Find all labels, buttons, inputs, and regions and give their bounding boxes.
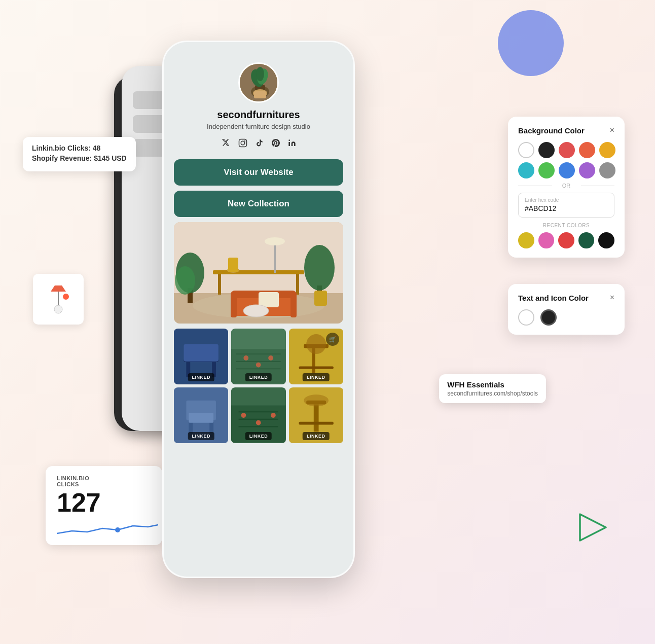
svg-rect-61 bbox=[189, 413, 213, 423]
svg-point-31 bbox=[304, 245, 335, 291]
hex-input-wrapper: Enter hex code bbox=[518, 193, 614, 218]
product-grid: LINKED LINKED 🛒 bbox=[174, 329, 343, 443]
wfh-essentials-card: WFH Essentials secondfurnitures.com/shop… bbox=[439, 374, 546, 403]
text-color-swatches bbox=[518, 309, 614, 326]
svg-point-27 bbox=[265, 237, 285, 245]
recent-swatch-dark-green[interactable] bbox=[578, 232, 595, 248]
svg-point-49 bbox=[244, 355, 249, 361]
svg-point-56 bbox=[306, 334, 326, 354]
recent-swatch-near-black[interactable] bbox=[598, 232, 614, 248]
text-icon-panel-title: Text and Icon Color bbox=[518, 294, 589, 302]
svg-rect-22 bbox=[296, 274, 299, 295]
swatch-orange-red[interactable] bbox=[579, 142, 595, 158]
linked-badge-5: LINKED bbox=[245, 432, 272, 440]
visit-website-button[interactable]: Visit our Website bbox=[174, 159, 343, 186]
linked-badge-6: LINKED bbox=[303, 432, 330, 440]
linked-badge-4: LINKED bbox=[188, 432, 214, 440]
svg-point-51 bbox=[269, 355, 274, 361]
new-collection-button[interactable]: New Collection bbox=[174, 191, 343, 217]
linked-badge-1: LINKED bbox=[188, 373, 214, 381]
clicks-label-line1: LINKIN.BIO bbox=[57, 475, 151, 481]
svg-point-3 bbox=[63, 294, 69, 300]
clicks-sparkline bbox=[57, 521, 151, 536]
product-thumbnail-card bbox=[33, 274, 84, 325]
grid-item-1[interactable]: LINKED bbox=[174, 329, 228, 384]
svg-point-67 bbox=[241, 413, 246, 418]
grid-item-2[interactable]: LINKED bbox=[231, 329, 285, 384]
profile-bio: Independent furniture design studio bbox=[207, 123, 310, 130]
swatch-white[interactable] bbox=[518, 142, 534, 158]
swatch-red[interactable] bbox=[559, 142, 575, 158]
svg-rect-34 bbox=[231, 292, 237, 317]
swatch-gray[interactable] bbox=[599, 162, 615, 178]
svg-point-4 bbox=[115, 527, 120, 532]
stats-card: Linkin.bio Clicks: 48 Shopify Revenue: $… bbox=[23, 137, 136, 171]
svg-rect-38 bbox=[314, 291, 327, 306]
swatch-yellow[interactable] bbox=[599, 142, 615, 158]
clicks-number: 127 bbox=[57, 489, 151, 516]
svg-rect-35 bbox=[290, 292, 297, 317]
pinterest-icon[interactable] bbox=[272, 138, 280, 150]
recent-colors-label: RECENT COLORS bbox=[518, 223, 614, 228]
swatch-purple[interactable] bbox=[579, 162, 595, 178]
svg-point-25 bbox=[175, 266, 195, 295]
linkin-clicks-stat: Linkin.bio Clicks: 48 bbox=[32, 144, 127, 152]
text-swatch-black[interactable] bbox=[540, 309, 557, 326]
lamp-icon bbox=[41, 281, 76, 317]
text-swatch-white[interactable] bbox=[518, 309, 534, 326]
profile-name: secondfurnitures bbox=[217, 109, 300, 121]
text-icon-color-panel: Text and Icon Color × bbox=[508, 284, 625, 335]
linkedin-icon[interactable] bbox=[288, 138, 296, 150]
clicks-card: LINKIN.BIO CLICKS 127 bbox=[46, 466, 162, 545]
twitter-icon[interactable] bbox=[221, 138, 230, 150]
recent-swatch-pink[interactable] bbox=[538, 232, 555, 248]
svg-point-74 bbox=[304, 395, 329, 406]
recent-color-swatches bbox=[518, 232, 614, 248]
recent-swatch-red2[interactable] bbox=[558, 232, 574, 248]
wfh-url: secondfurnitures.com/shop/stools bbox=[447, 390, 538, 397]
svg-point-14 bbox=[241, 141, 245, 145]
svg-rect-20 bbox=[213, 270, 304, 274]
hex-label: Enter hex code bbox=[525, 197, 608, 203]
tiktok-icon[interactable] bbox=[256, 138, 264, 150]
clicks-label-line2: CLICKS bbox=[57, 481, 151, 487]
grid-item-6[interactable]: LINKED bbox=[289, 387, 343, 443]
bg-color-panel-title: Background Color bbox=[518, 126, 585, 135]
product-main-image bbox=[174, 222, 343, 324]
svg-marker-2 bbox=[51, 285, 66, 292]
text-icon-panel-close[interactable]: × bbox=[610, 293, 614, 302]
instagram-icon[interactable] bbox=[238, 138, 247, 150]
hex-input[interactable] bbox=[525, 204, 608, 212]
color-swatches-row1 bbox=[518, 142, 614, 178]
svg-rect-55 bbox=[299, 367, 333, 369]
svg-point-69 bbox=[271, 413, 276, 418]
svg-point-10 bbox=[256, 67, 264, 81]
svg-point-16 bbox=[288, 139, 290, 141]
recent-swatch-gold[interactable] bbox=[518, 232, 534, 248]
swatch-blue[interactable] bbox=[559, 162, 575, 178]
grid-item-5[interactable]: LINKED bbox=[231, 387, 285, 443]
svg-rect-29 bbox=[228, 258, 238, 272]
svg-point-37 bbox=[243, 305, 269, 317]
deco-circle-blue bbox=[498, 10, 564, 76]
grid-item-3[interactable]: 🛒 LINKED bbox=[289, 329, 343, 384]
play-decoration bbox=[579, 512, 609, 543]
background-color-panel: Background Color × OR Enter hex code REC… bbox=[508, 117, 625, 258]
svg-point-68 bbox=[256, 420, 261, 425]
social-icons-row bbox=[221, 138, 296, 150]
cart-icon-3: 🛒 bbox=[326, 333, 339, 346]
linked-badge-2: LINKED bbox=[245, 373, 272, 381]
svg-rect-36 bbox=[259, 292, 279, 307]
profile-avatar bbox=[238, 62, 279, 103]
svg-point-50 bbox=[256, 363, 261, 368]
swatch-green[interactable] bbox=[538, 162, 555, 178]
main-phone: secondfurnitures Independent furniture d… bbox=[162, 41, 355, 578]
svg-rect-26 bbox=[274, 242, 276, 273]
svg-rect-72 bbox=[313, 405, 318, 432]
wfh-title: WFH Essentials bbox=[447, 380, 538, 389]
grid-item-4[interactable]: LINKED bbox=[174, 387, 228, 443]
bg-color-panel-close[interactable]: × bbox=[610, 126, 614, 135]
linked-badge-3: LINKED bbox=[303, 373, 330, 381]
swatch-teal[interactable] bbox=[518, 162, 534, 178]
swatch-black[interactable] bbox=[538, 142, 555, 158]
